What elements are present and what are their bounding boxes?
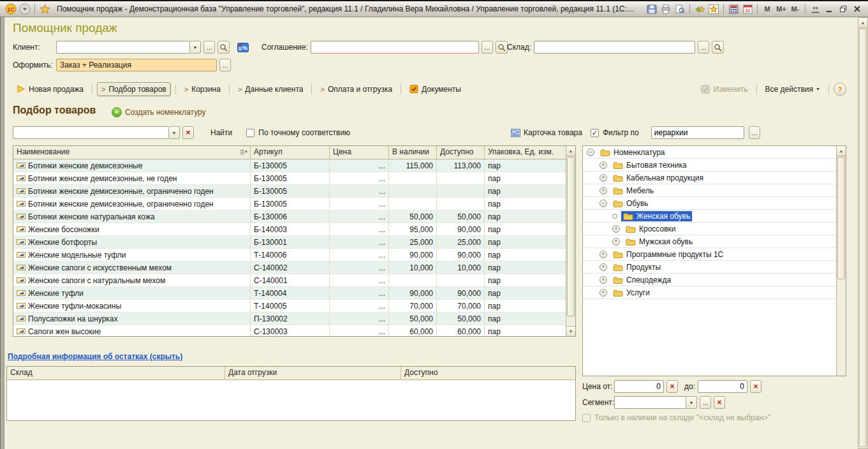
details-link[interactable]: Подробная информация об остатках (скрыть… [8, 352, 182, 361]
favorites-star-icon[interactable] [38, 3, 52, 15]
product-row[interactable]: Женские ботфортыБ-130001...25,00025,000п… [13, 236, 566, 249]
column-header-4[interactable]: В наличии [389, 146, 437, 159]
client-search-button[interactable] [217, 41, 230, 54]
issue-type-field[interactable]: Заказ + Реализация [56, 59, 217, 71]
product-row[interactable]: Женские сапоги с натуральным мехомС-1400… [13, 274, 566, 287]
main-scrollbar[interactable]: ▲ [858, 17, 868, 449]
price-to-input[interactable] [698, 380, 747, 393]
expand-plus-icon[interactable]: + [600, 289, 607, 297]
discounts-icon[interactable]: % [237, 43, 249, 52]
scroll-up-icon[interactable]: ▲ [837, 146, 846, 156]
issue-ellipsis-button[interactable]: ... [219, 59, 231, 71]
minimize-icon[interactable] [822, 3, 836, 15]
product-row[interactable]: Ботинки женские демисезонныеБ-130005...1… [13, 159, 566, 172]
expand-plus-icon[interactable]: + [600, 174, 607, 182]
details-column-header-1[interactable]: Склад [7, 367, 225, 379]
scroll-up-icon[interactable]: ▲ [566, 146, 575, 156]
collapse-minus-icon[interactable]: − [587, 149, 594, 156]
filter-mode-input[interactable] [651, 126, 744, 139]
tree-item[interactable]: +Кабельная продукция [583, 172, 836, 184]
restore-icon[interactable] [836, 3, 850, 15]
product-row[interactable]: Женские модельные туфлиТ-140006...90,000… [13, 249, 566, 261]
product-row[interactable]: Сапоги жен высокиеС-130003...60,00060,00… [13, 325, 566, 336]
expand-plus-icon[interactable]: + [600, 263, 607, 271]
tree-item[interactable]: +Продукты [583, 261, 836, 274]
warehouse-search-button[interactable] [712, 41, 724, 54]
tree-scrollbar[interactable]: ▲ [836, 146, 846, 376]
tree-item[interactable]: +Услуги [583, 286, 836, 299]
column-header-5[interactable]: Доступно [437, 146, 485, 159]
exact-match-checkbox[interactable] [246, 129, 254, 137]
column-header-3[interactable]: Цена [330, 146, 389, 159]
search-clear-button[interactable]: × [182, 126, 194, 139]
add-favorite-icon[interactable] [693, 3, 707, 15]
agreement-search-button[interactable] [496, 41, 508, 54]
nav-item-1[interactable]: Новая продажа [13, 83, 87, 96]
all-actions-button[interactable]: Все действия ▼ [761, 83, 824, 96]
expand-plus-icon[interactable]: + [600, 251, 607, 258]
chevron-down-icon[interactable]: ▼ [168, 126, 180, 139]
onec-logo-icon[interactable]: 1С [4, 3, 18, 15]
search-input[interactable] [13, 126, 168, 139]
m-plus-icon[interactable]: M+ [774, 3, 788, 15]
show-favorites-icon[interactable] [707, 3, 721, 15]
tree-item[interactable]: +Спецодежда [583, 274, 836, 286]
chevron-down-icon[interactable]: ▼ [189, 41, 201, 54]
column-header-2[interactable]: Артикул [251, 146, 330, 159]
create-item-button[interactable]: + Создать номенклатуру [112, 107, 206, 117]
m-minus-icon[interactable]: M- [788, 3, 802, 15]
main-scroll-thumb[interactable] [859, 29, 867, 447]
tree-item[interactable]: +Кроссовки [583, 223, 836, 235]
segment-ellipsis-button[interactable]: ... [700, 396, 711, 409]
product-row[interactable]: Женские туфли-мокасиныТ-140005...70,0007… [13, 300, 566, 313]
expand-plus-icon[interactable]: + [600, 161, 607, 169]
details-column-header-2[interactable]: Дата отгрузки [225, 367, 401, 379]
tree-item[interactable]: +Мебель [583, 184, 836, 197]
nav-item-4[interactable]: >Данные клиента [234, 83, 307, 96]
expand-plus-icon[interactable]: + [612, 225, 620, 233]
client-input[interactable] [56, 41, 189, 54]
close-icon[interactable] [850, 3, 864, 15]
column-header-6[interactable]: Упаковка, Ед. изм. [485, 146, 566, 159]
tree-item[interactable]: +Программные продукты 1С [583, 248, 836, 261]
tree-item[interactable]: −Обувь [583, 197, 836, 210]
calculator-icon[interactable] [726, 3, 740, 15]
m-icon[interactable]: M [760, 3, 774, 15]
agreement-ellipsis-button[interactable]: ... [482, 41, 493, 54]
segment-clear-button[interactable]: × [714, 396, 725, 409]
client-ellipsis-button[interactable]: ... [203, 41, 215, 54]
filter-mode-ellipsis-button[interactable]: ... [749, 126, 760, 139]
warehouse-input[interactable] [534, 41, 695, 54]
help-button[interactable]: ? [834, 83, 846, 96]
expand-plus-icon[interactable]: + [600, 187, 607, 195]
filter-by-option[interactable]: ✓ Фильтр по [591, 128, 639, 137]
tree-item[interactable]: +Мужская обувь [583, 235, 836, 248]
expand-plus-icon[interactable]: + [600, 276, 607, 284]
tree-scroll-thumb[interactable] [837, 157, 845, 279]
product-row[interactable]: Ботинки женские демисезонные, ограниченн… [13, 185, 566, 198]
agreement-input[interactable] [311, 41, 479, 54]
product-card-button[interactable]: Карточка товара [507, 126, 586, 139]
nav-item-5[interactable]: >Оплата и отгрузка [316, 83, 396, 96]
chevron-down-icon[interactable]: ▼ [686, 396, 697, 409]
main-menu-icon[interactable] [18, 3, 32, 15]
price-to-clear-button[interactable]: × [750, 380, 761, 393]
nav-item-2[interactable]: >Подбор товаров [97, 82, 171, 96]
filter-by-checkbox[interactable]: ✓ [591, 129, 599, 137]
save-icon[interactable] [645, 3, 659, 15]
only-in-stock-option[interactable]: Только в наличии на складе "<склад не вы… [582, 413, 770, 422]
product-row[interactable]: Ботинки женские натуральная кожаБ-130006… [13, 210, 566, 223]
price-from-input[interactable] [614, 380, 664, 393]
find-button[interactable]: Найти [207, 126, 236, 139]
edit-button[interactable]: Изменить [697, 83, 751, 96]
expand-plus-icon[interactable]: + [612, 238, 620, 246]
price-from-clear-button[interactable]: × [666, 380, 678, 393]
product-row[interactable]: Ботинки женские демисезонные, ограниченн… [13, 198, 566, 210]
tree-item[interactable]: +Бытовая техника [583, 159, 836, 172]
preview-icon[interactable] [673, 3, 687, 15]
product-row[interactable]: Женские сапоги с искусственным мехомС-14… [13, 261, 566, 274]
tree-item[interactable]: Женская обувь [583, 210, 836, 223]
products-scrollbar[interactable]: ▲ ▼ [566, 146, 575, 336]
scroll-up-icon[interactable]: ▲ [858, 18, 867, 28]
products-scroll-thumb[interactable] [567, 157, 575, 316]
